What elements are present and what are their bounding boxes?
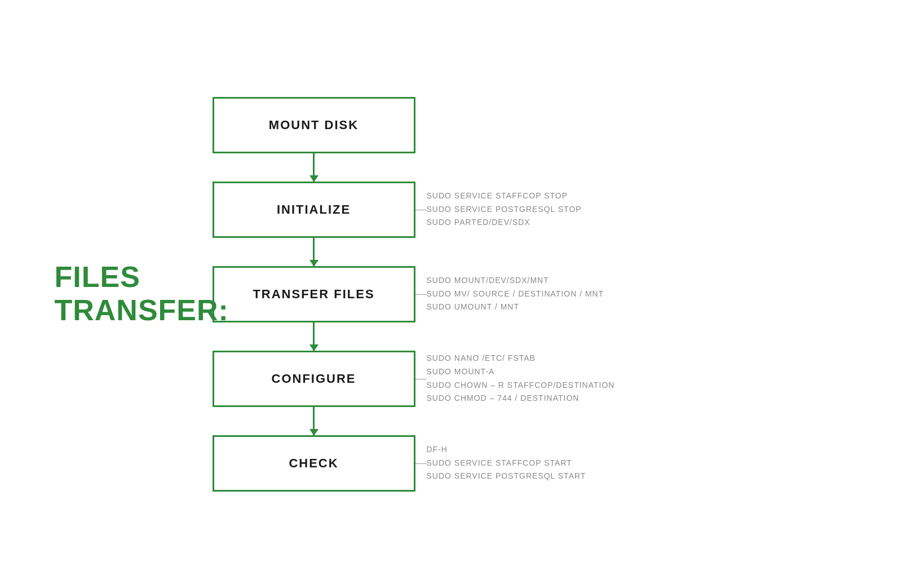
arrow-4 [313,407,315,435]
spacer-arrow4 [427,407,615,435]
page-container: FILES TRANSFER: MOUNT DISK INITIALIZE TR… [55,24,844,565]
annotation-check: DF-H SUDO SERVICE STAFFCOP START SUDO SE… [427,435,615,492]
spacer-arrow2 [427,238,615,266]
arrow-3 [313,322,315,351]
annotation-transfer: SUDO MOUNT/DEV/SDX/MNT SUDO MV/ SOURCE /… [427,266,615,322]
check-box: CHECK [213,435,415,492]
spacer-arrow1 [427,153,615,182]
flowchart-area: MOUNT DISK INITIALIZE TRANSFER FILES CON… [213,97,615,492]
configure-box: CONFIGURE [213,351,415,407]
annotation-initialize: SUDO SERVICE STAFFCOP STOP SUDO SERVICE … [427,182,615,238]
boxes-column: MOUNT DISK INITIALIZE TRANSFER FILES CON… [213,97,415,492]
files-transfer-label: FILES TRANSFER: [55,260,190,328]
annotation-configure: SUDO NANO /ETC/ FSTAB SUDO MOUNT-A SUDO … [427,351,615,407]
transfer-files-box: TRANSFER FILES [213,266,415,322]
arrow-1 [313,153,315,182]
arrow-2 [313,238,315,266]
spacer-mount [427,97,615,153]
mount-disk-box: MOUNT DISK [213,97,415,153]
initialize-box: INITIALIZE [213,182,415,238]
spacer-arrow3 [427,322,615,351]
annotations-column: SUDO SERVICE STAFFCOP STOP SUDO SERVICE … [427,97,615,492]
